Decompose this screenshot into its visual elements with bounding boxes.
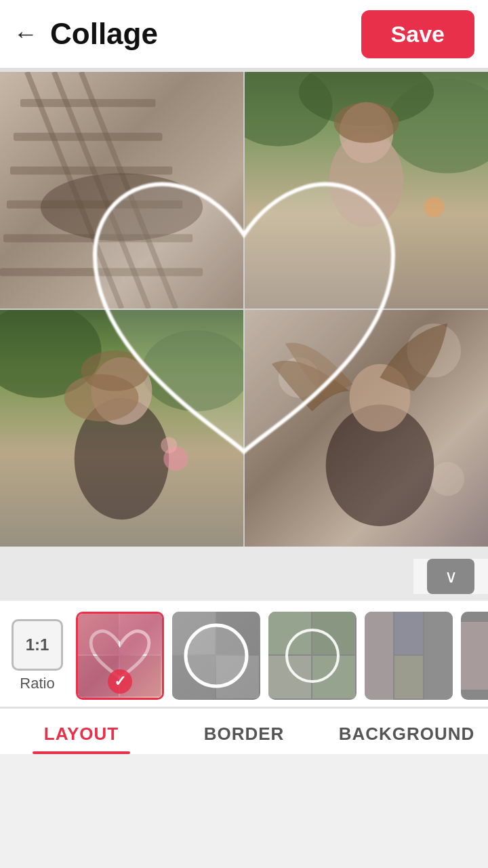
layout-thumbnails-row: 1:1 Ratio ✓ <box>0 601 488 707</box>
svg-rect-47 <box>394 656 423 698</box>
ratio-selector[interactable]: 1:1 Ratio <box>7 619 68 692</box>
svg-rect-31 <box>120 614 161 654</box>
svg-point-22 <box>81 351 149 391</box>
tab-background[interactable]: BACKGROUND <box>325 709 488 754</box>
page-title: Collage <box>50 17 158 51</box>
ratio-square[interactable]: 1:1 <box>12 619 63 671</box>
svg-rect-48 <box>424 612 453 700</box>
tab-border[interactable]: BORDER <box>163 709 325 754</box>
collapse-button[interactable]: ∨ <box>427 559 474 594</box>
svg-rect-43 <box>312 656 355 698</box>
svg-rect-42 <box>268 656 311 698</box>
svg-rect-46 <box>394 612 423 654</box>
ratio-label: Ratio <box>20 675 54 692</box>
svg-rect-5 <box>10 167 172 175</box>
svg-point-24 <box>161 437 177 453</box>
svg-rect-4 <box>14 133 162 141</box>
svg-point-16 <box>424 197 444 217</box>
collage-photo-4[interactable] <box>245 310 488 547</box>
svg-rect-49 <box>461 622 488 690</box>
layout-thumb-1[interactable] <box>172 612 260 700</box>
collage-photo-2[interactable] <box>245 72 488 309</box>
svg-rect-3 <box>20 99 155 107</box>
chevron-down-icon: ∨ <box>445 566 458 587</box>
collage-canvas[interactable] <box>0 72 488 547</box>
svg-rect-40 <box>268 612 311 654</box>
tab-layout[interactable]: LAYOUT <box>0 709 163 754</box>
layout-thumb-0[interactable]: ✓ <box>76 612 164 700</box>
layout-thumb-4[interactable] <box>461 612 488 700</box>
svg-rect-45 <box>365 612 393 700</box>
save-button[interactable]: Save <box>361 10 474 58</box>
selected-checkmark: ✓ <box>108 669 132 694</box>
tab-bar: LAYOUT BORDER BACKGROUND <box>0 708 488 754</box>
svg-rect-30 <box>78 614 119 654</box>
back-button[interactable]: ← <box>14 20 38 48</box>
svg-point-39 <box>186 625 247 686</box>
collage-photo-3[interactable] <box>0 310 243 547</box>
svg-rect-8 <box>0 268 203 276</box>
svg-point-18 <box>142 330 243 412</box>
app-header: ← Collage Save <box>0 0 488 68</box>
ratio-value: 1:1 <box>26 635 49 654</box>
svg-rect-41 <box>312 612 355 654</box>
svg-point-15 <box>334 102 399 143</box>
svg-point-9 <box>41 174 203 241</box>
collage-photo-1[interactable] <box>0 72 243 309</box>
gray-spacer: ∨ <box>0 547 488 601</box>
header-left: ← Collage <box>14 17 158 51</box>
layout-thumb-2[interactable] <box>268 612 357 700</box>
layout-thumb-3[interactable] <box>365 612 453 700</box>
chevron-area: ∨ <box>413 559 488 594</box>
svg-point-27 <box>430 462 464 496</box>
